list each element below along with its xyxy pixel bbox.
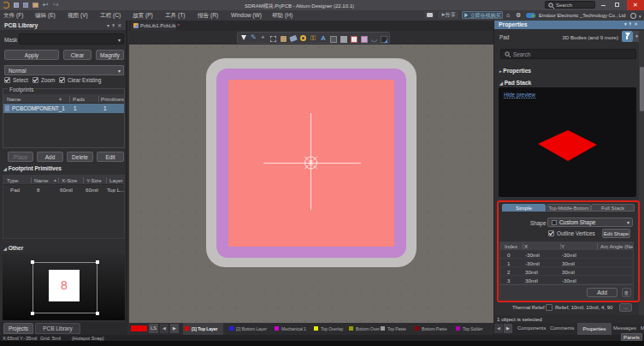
svg-text:8: 8 (309, 158, 313, 167)
